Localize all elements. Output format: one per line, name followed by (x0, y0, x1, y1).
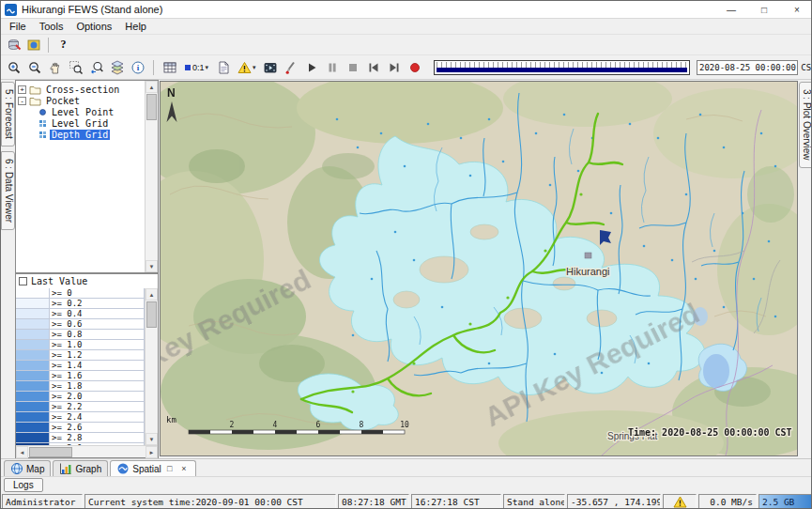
status-gmt-time: 08:27:18 GMT (338, 494, 409, 509)
map-display-icon[interactable] (23, 36, 43, 54)
zoom-previous-icon[interactable] (86, 58, 106, 77)
play-icon[interactable] (302, 58, 322, 77)
legend-label: >= 1.2 (50, 350, 145, 361)
skip-to-start-icon[interactable] (364, 58, 384, 77)
legend-label: >= 1.0 (50, 340, 145, 350)
tab-data-viewer[interactable]: 6 : Data Viewer (1, 151, 15, 230)
layers-tree: + Cross-section - Pocket Level Point Lev… (16, 81, 145, 272)
tab-forecast[interactable]: 5 : Forecast (1, 82, 15, 147)
tree-item-depth-grid[interactable]: Depth Grid (18, 129, 144, 140)
help-icon[interactable]: ? (54, 36, 73, 54)
skip-to-end-icon[interactable] (385, 58, 405, 77)
tab-label: Spatial (132, 464, 161, 474)
legend-swatch (16, 350, 50, 361)
legend-row: >= 2.2 (16, 402, 145, 412)
legend-row: >= 1.0 (16, 340, 145, 350)
point-layer-icon (38, 108, 47, 116)
map-time-label: Time: 2020-08-25 00:00:00 CST (628, 427, 792, 438)
svg-text:4: 4 (273, 421, 278, 429)
stop-icon[interactable] (344, 58, 363, 77)
collapse-icon[interactable]: - (18, 97, 26, 105)
status-local-time: 16:27:18 CST (411, 494, 501, 509)
town-label: Hikurangi (566, 266, 609, 277)
tab-plot-overview[interactable]: 3 : Plot Overview (799, 82, 812, 168)
status-warning[interactable] (663, 494, 697, 509)
datetime-field[interactable]: 2020-08-25 00:00:00 CST (697, 60, 798, 75)
tree-item-label: Pocket (44, 96, 82, 106)
maximize-button[interactable]: □ (750, 1, 778, 19)
legend-row: >= 0.8 (16, 330, 145, 340)
tree-item-level-grid[interactable]: Level Grid (18, 117, 144, 129)
legend-vertical-scrollbar[interactable]: ▲ ▼ (145, 288, 158, 445)
app-icon (5, 4, 17, 16)
scroll-up-icon[interactable]: ▲ (146, 81, 158, 93)
expand-icon[interactable]: + (18, 85, 26, 94)
timeline-slider[interactable] (434, 60, 690, 75)
menu-bar: FileToolsOptionsHelp (1, 19, 811, 35)
scrollbar-thumb[interactable] (146, 301, 157, 328)
report-icon[interactable] (213, 58, 233, 77)
grid-layer-icon (38, 119, 47, 128)
info-icon[interactable]: i (128, 58, 147, 77)
legend-row: >= 1.2 (16, 350, 145, 361)
warning-threshold-icon[interactable]: ▾ (234, 58, 260, 77)
tab-map[interactable]: Map (4, 460, 51, 476)
legend-label: >= 1.6 (50, 371, 145, 381)
layers-icon[interactable] (107, 58, 127, 77)
menu-tools[interactable]: Tools (33, 20, 70, 33)
menu-file[interactable]: File (3, 20, 33, 33)
legend-row: >= 1.4 (16, 361, 145, 371)
animation-export-icon[interactable] (261, 58, 281, 77)
layers-tree-panel: + Cross-section - Pocket Level Point Lev… (15, 80, 159, 273)
tree-item-pocket[interactable]: - Pocket (18, 95, 144, 106)
scrollbar-thumb[interactable] (146, 94, 157, 120)
scroll-left-icon[interactable]: ◄ (16, 446, 28, 458)
legend-horizontal-scrollbar[interactable]: ◄ ► (16, 445, 158, 457)
scroll-up-icon[interactable]: ▲ (146, 288, 158, 301)
grid-icon[interactable] (160, 58, 179, 77)
legend-swatch (16, 371, 50, 381)
menu-options[interactable]: Options (69, 20, 118, 33)
pan-hand-icon[interactable] (45, 58, 65, 77)
legend-swatch (16, 412, 50, 423)
close-button[interactable]: × (783, 1, 811, 19)
dropper-icon[interactable] (282, 58, 301, 77)
record-icon[interactable] (406, 58, 425, 77)
legend-row: >= 2.0 (16, 392, 145, 402)
zoom-in-icon[interactable] (4, 58, 23, 77)
zoom-box-icon[interactable] (66, 58, 85, 77)
tab-spatial[interactable]: Spatial □ × (110, 460, 196, 476)
timeline-bar (437, 68, 687, 72)
logs-button[interactable]: Logs (4, 478, 43, 492)
svg-text:2: 2 (230, 421, 235, 429)
tab-maximize-button[interactable]: □ (164, 463, 176, 474)
scrollbar-thumb[interactable] (29, 447, 72, 457)
legend-label: >= 2.2 (50, 402, 145, 412)
status-bar: Administrator Current system time:2020-0… (1, 493, 812, 509)
database-icon[interactable] (4, 36, 23, 54)
legend-row: >= 0.2 (16, 299, 145, 309)
map-canvas[interactable]: Hikurangi Springs Flat API Key Required … (161, 82, 797, 455)
scroll-down-icon[interactable]: ▼ (146, 260, 158, 272)
tree-vertical-scrollbar[interactable]: ▲ ▼ (145, 81, 158, 272)
menu-help[interactable]: Help (118, 20, 153, 33)
main-toolbar: ? (1, 35, 811, 55)
tab-close-button[interactable]: × (178, 463, 190, 474)
svg-text:km: km (166, 415, 176, 424)
legend-swatch (16, 340, 50, 350)
scroll-right-icon[interactable]: ► (146, 446, 158, 458)
pause-icon[interactable] (323, 58, 343, 77)
legend-row: >= 2.8 (16, 433, 145, 443)
tree-item-cross-section[interactable]: + Cross-section (18, 84, 144, 95)
scroll-down-icon[interactable]: ▼ (146, 433, 158, 445)
tab-graph[interactable]: Graph (53, 460, 108, 476)
folder-icon (29, 96, 41, 106)
tree-item-level-point[interactable]: Level Point (18, 106, 144, 117)
legend-swatch (16, 361, 50, 371)
legend-label: >= 2.6 (50, 423, 145, 433)
minimize-button[interactable]: — (717, 1, 745, 19)
last-value-checkbox[interactable] (19, 277, 27, 285)
scale-select[interactable]: 0:1 ▾ (180, 58, 212, 77)
zoom-out-icon[interactable] (24, 58, 44, 77)
legend-label: >= 0.8 (50, 330, 145, 340)
